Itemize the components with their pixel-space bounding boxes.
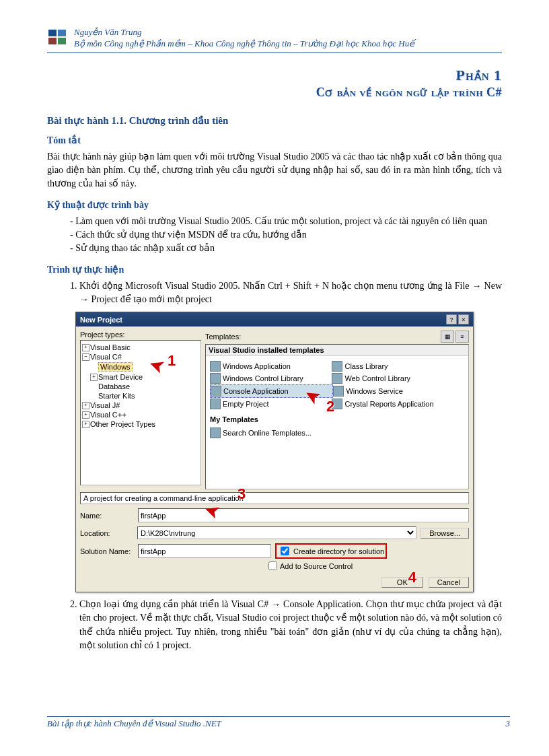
dialog-title-text: New Project (80, 316, 122, 324)
callout-2: 2 (326, 398, 334, 415)
page: Nguyễn Văn Trung Bộ môn Công nghệ Phần m… (0, 0, 549, 756)
lesson-title: Bài thực hành 1.1. Chương trình đầu tiên (47, 114, 502, 127)
steps-list-cont: Chọn loại ứng dụng cần phát triển là Vis… (47, 598, 502, 652)
project-types-tree[interactable]: +Visual Basic −Visual C# Windows +Smart … (80, 340, 201, 485)
templates-panel[interactable]: Visual Studio installed templates Window… (205, 344, 469, 489)
browse-button[interactable]: Browse... (420, 528, 469, 539)
summary-heading: Tóm tắt (47, 135, 502, 146)
name-field[interactable] (138, 508, 469, 522)
tree-item: −Visual C# (82, 352, 199, 362)
search-icon (210, 427, 221, 438)
new-project-dialog: New Project ? × Project types: +Visual B… (75, 312, 474, 592)
web-icon (332, 373, 342, 384)
location-field[interactable]: D:\K28C\nvtrung (137, 526, 416, 539)
callout-3: 3 (237, 485, 246, 503)
page-number: 3 (506, 718, 511, 729)
techniques-heading: Kỹ thuật được trình bày (47, 199, 502, 211)
footer-text: Bài tập thực hành Chuyên đề Visual Studi… (47, 718, 221, 729)
templates-label: Templates: (205, 333, 241, 341)
template-item[interactable]: Class Library (332, 360, 453, 372)
svg-rect-1 (58, 30, 66, 36)
dialog-titlebar: New Project ? × (76, 312, 473, 327)
my-templates-head: My Templates (210, 415, 467, 423)
service-icon (333, 386, 344, 397)
svg-rect-2 (48, 38, 57, 44)
author-name: Nguyễn Văn Trung (74, 27, 414, 38)
part-title: Cơ bản về ngôn ngữ lập trình C# (47, 85, 502, 100)
svg-rect-0 (48, 30, 57, 36)
source-control-label: Add to Source Control (280, 562, 353, 570)
solution-name-field[interactable] (138, 544, 271, 558)
techniques-list: Làm quen với môi trường Visual Studio 20… (47, 215, 502, 256)
part-label: Phần 1 (47, 67, 502, 84)
empty-icon (210, 399, 221, 409)
callout-4: 4 (408, 569, 416, 586)
create-dir-label: Create directory for solution (293, 547, 384, 555)
summary-text: Bài thực hành này giúp bạn làm quen với … (47, 150, 502, 191)
help-icon[interactable]: ? (446, 314, 457, 324)
lib-icon (332, 361, 342, 372)
source-control-checkbox[interactable] (268, 561, 277, 570)
template-item[interactable]: Web Control Library (332, 372, 453, 384)
tree-item: +Visual C++ (82, 410, 199, 419)
ctrl-icon (210, 373, 221, 384)
project-types-label: Project types: (80, 331, 201, 339)
svg-rect-3 (58, 38, 66, 44)
large-icons-icon[interactable]: ▦ (441, 331, 454, 343)
installed-templates-head: Visual Studio installed templates (206, 345, 468, 356)
solution-name-label: Solution Name: (80, 547, 134, 555)
ok-button[interactable]: OK (381, 577, 423, 588)
template-search[interactable]: Search Online Templates... (210, 427, 332, 439)
logo-icon (47, 27, 69, 46)
tree-item-windows: Windows (82, 362, 199, 372)
console-icon (211, 386, 221, 397)
location-label: Location: (80, 529, 133, 537)
list-item: Làm quen với môi trường Visual Studio 20… (79, 215, 502, 228)
page-header: Nguyễn Văn Trung Bộ môn Công nghệ Phần m… (47, 27, 502, 50)
small-icons-icon[interactable]: ≡ (455, 331, 469, 343)
tree-item: +Other Project Types (82, 419, 199, 429)
cancel-button[interactable]: Cancel (429, 577, 469, 588)
step-1: Khởi động Microsoft Visual Studio 2005. … (79, 279, 502, 307)
template-item[interactable]: Windows Control Library (210, 372, 332, 384)
steps-heading: Trình tự thực hiện (47, 264, 502, 275)
description-bar: A project for creating a command-line ap… (80, 492, 469, 504)
divider (47, 53, 502, 53)
close-icon[interactable]: × (458, 314, 469, 324)
tree-item[interactable]: Database (82, 382, 199, 391)
name-label: Name: (80, 512, 134, 520)
tree-item: +Smart Device (82, 372, 199, 382)
step-2: Chọn loại ứng dụng cần phát triển là Vis… (79, 598, 502, 652)
app-icon (210, 361, 221, 372)
template-item[interactable]: Windows Application (210, 360, 332, 372)
template-item[interactable]: Windows Service (333, 384, 455, 398)
template-item[interactable]: Crystal Reports Application (332, 398, 453, 410)
department: Bộ môn Công nghệ Phần mềm – Khoa Công ng… (74, 38, 414, 50)
tree-item[interactable]: Starter Kits (82, 391, 199, 401)
callout-1: 1 (168, 352, 176, 370)
create-dir-checkbox[interactable] (281, 547, 289, 555)
list-item: Cách thức sử dụng thư viện MSDN để tra c… (79, 228, 502, 242)
tree-item: +Visual J# (82, 401, 199, 410)
create-dir-highlight: Create directory for solution (275, 543, 387, 559)
divider (47, 716, 510, 717)
steps-list: Khởi động Microsoft Visual Studio 2005. … (47, 279, 502, 307)
tree-item: +Visual Basic (82, 343, 199, 352)
page-footer: Bài tập thực hành Chuyên đề Visual Studi… (47, 716, 510, 729)
list-item: Sử dụng thao tác nhập xuất cơ bản (79, 242, 502, 255)
